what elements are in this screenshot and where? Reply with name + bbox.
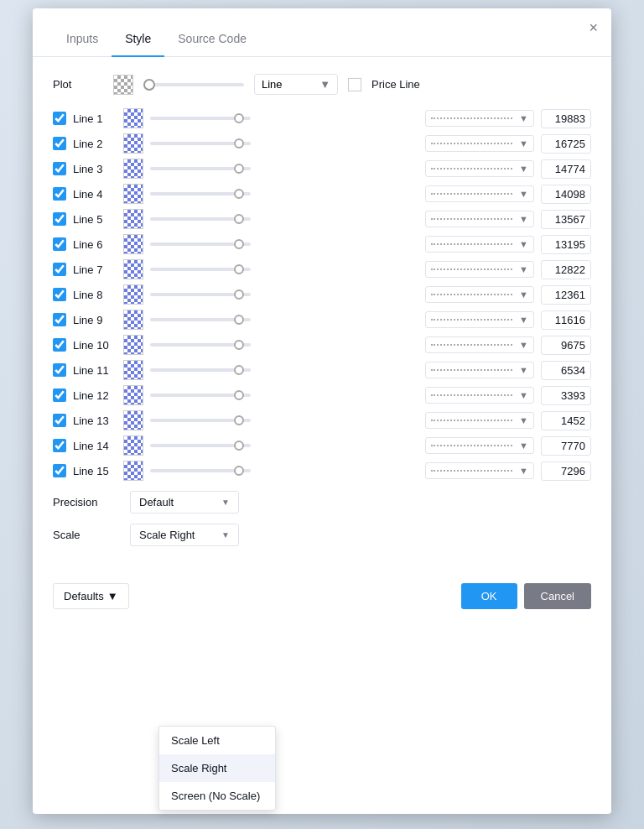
line-swatch-13[interactable]	[123, 410, 143, 430]
line-style-select-6[interactable]: ▼	[425, 236, 534, 253]
tab-style[interactable]: Style	[112, 22, 164, 57]
line-checkbox-4[interactable]	[53, 187, 66, 201]
cancel-button[interactable]: Cancel	[524, 583, 591, 609]
scale-dropdown[interactable]: Scale Right ▼	[130, 524, 239, 546]
line-style-select-13[interactable]: ▼	[425, 412, 534, 429]
line-value-input-2[interactable]	[541, 134, 591, 154]
line-slider-14[interactable]	[150, 444, 418, 447]
line-value-input-9[interactable]	[541, 310, 591, 330]
line-style-arrow-icon: ▼	[519, 164, 528, 174]
line-style-select-10[interactable]: ▼	[425, 336, 534, 353]
line-style-arrow-icon: ▼	[519, 340, 528, 350]
line-style-select-9[interactable]: ▼	[425, 311, 534, 328]
line-style-select-2[interactable]: ▼	[425, 135, 534, 152]
line-slider-4[interactable]	[150, 192, 418, 196]
plot-color-swatch[interactable]	[113, 75, 133, 95]
line-slider-12[interactable]	[150, 394, 418, 397]
line-value-input-8[interactable]	[541, 285, 591, 305]
line-style-select-11[interactable]: ▼	[425, 362, 534, 378]
line-value-input-1[interactable]	[541, 109, 591, 128]
line-swatch-14[interactable]	[123, 435, 143, 456]
line-checkbox-12[interactable]	[53, 388, 66, 402]
line-style-arrow-icon: ▼	[519, 289, 528, 300]
line-checkbox-8[interactable]	[53, 288, 66, 301]
line-style-select-5[interactable]: ▼	[425, 211, 534, 227]
line-style-arrow-icon: ▼	[519, 138, 528, 149]
tab-inputs[interactable]: Inputs	[53, 22, 112, 57]
scale-option-right[interactable]: Scale Right	[159, 754, 275, 782]
line-checkbox-5[interactable]	[53, 212, 66, 226]
line-slider-9[interactable]	[150, 318, 418, 321]
line-checkbox-15[interactable]	[53, 464, 66, 477]
line-checkbox-11[interactable]	[53, 363, 66, 377]
line-value-input-6[interactable]	[541, 235, 591, 254]
ok-button[interactable]: OK	[461, 583, 517, 609]
line-swatch-7[interactable]	[123, 259, 143, 279]
line-value-input-10[interactable]	[541, 336, 591, 355]
scale-option-left[interactable]: Scale Left	[159, 727, 275, 754]
precision-dropdown[interactable]: Default ▼	[130, 491, 239, 514]
modal-body: Plot Line ▼ Price Line Line 1	[33, 57, 611, 563]
line-value-input-13[interactable]	[541, 411, 591, 430]
line-value-input-15[interactable]	[541, 461, 591, 481]
line-slider-5[interactable]	[150, 217, 418, 221]
line-slider-15[interactable]	[150, 469, 418, 472]
line-swatch-6[interactable]	[123, 234, 143, 254]
line-slider-7[interactable]	[150, 268, 418, 271]
line-style-select-15[interactable]: ▼	[425, 462, 534, 479]
line-swatch-1[interactable]	[123, 108, 143, 128]
line-checkbox-10[interactable]	[53, 338, 66, 352]
line-checkbox-14[interactable]	[53, 439, 66, 452]
line-value-input-5[interactable]	[541, 210, 591, 229]
line-swatch-5[interactable]	[123, 209, 143, 229]
line-style-select-4[interactable]: ▼	[425, 185, 534, 202]
line-value-input-3[interactable]	[541, 159, 591, 179]
close-button[interactable]: ×	[589, 20, 598, 35]
line-style-select-14[interactable]: ▼	[425, 437, 534, 454]
line-swatch-15[interactable]	[123, 461, 143, 481]
line-swatch-10[interactable]	[123, 335, 143, 355]
defaults-button[interactable]: Defaults ▼	[53, 583, 129, 609]
line-slider-6[interactable]	[150, 242, 418, 246]
line-style-select-3[interactable]: ▼	[425, 160, 534, 177]
line-style-select-12[interactable]: ▼	[425, 387, 534, 404]
precision-arrow-icon: ▼	[221, 498, 230, 507]
line-slider-2[interactable]	[150, 142, 418, 145]
line-row: Line 15 ▼	[53, 461, 591, 481]
line-swatch-9[interactable]	[123, 310, 143, 330]
line-checkbox-6[interactable]	[53, 237, 66, 251]
line-slider-8[interactable]	[150, 293, 418, 296]
line-checkbox-1[interactable]	[53, 112, 66, 125]
line-swatch-8[interactable]	[123, 284, 143, 305]
line-style-select-8[interactable]: ▼	[425, 286, 534, 303]
line-value-input-12[interactable]	[541, 386, 591, 405]
line-value-input-4[interactable]	[541, 185, 591, 204]
line-swatch-4[interactable]	[123, 184, 143, 204]
tab-source-code[interactable]: Source Code	[164, 22, 260, 57]
line-swatch-2[interactable]	[123, 133, 143, 154]
line-checkbox-3[interactable]	[53, 162, 66, 175]
line-checkbox-2[interactable]	[53, 137, 66, 150]
line-slider-11[interactable]	[150, 368, 418, 372]
plot-opacity-slider[interactable]	[143, 83, 244, 86]
price-line-checkbox[interactable]	[348, 78, 361, 91]
line-value-input-11[interactable]	[541, 361, 591, 380]
scale-option-no-scale[interactable]: Screen (No Scale)	[159, 782, 275, 810]
plot-line-type-select[interactable]: Line ▼	[254, 74, 338, 95]
line-swatch-12[interactable]	[123, 385, 143, 405]
line-slider-3[interactable]	[150, 167, 418, 170]
line-value-input-7[interactable]	[541, 260, 591, 279]
line-checkbox-13[interactable]	[53, 414, 66, 427]
line-swatch-11[interactable]	[123, 360, 143, 380]
line-name-4: Line 4	[73, 188, 117, 201]
line-style-select-1[interactable]: ▼	[425, 110, 534, 127]
line-slider-10[interactable]	[150, 343, 418, 347]
line-value-input-14[interactable]	[541, 436, 591, 456]
line-slider-1[interactable]	[150, 117, 418, 120]
line-checkbox-9[interactable]	[53, 313, 66, 326]
line-slider-13[interactable]	[150, 419, 418, 422]
line-checkbox-7[interactable]	[53, 263, 66, 276]
line-style-select-7[interactable]: ▼	[425, 261, 534, 278]
line-swatch-3[interactable]	[123, 159, 143, 179]
scale-dropdown-menu: Scale Left Scale Right Screen (No Scale)	[158, 726, 276, 811]
